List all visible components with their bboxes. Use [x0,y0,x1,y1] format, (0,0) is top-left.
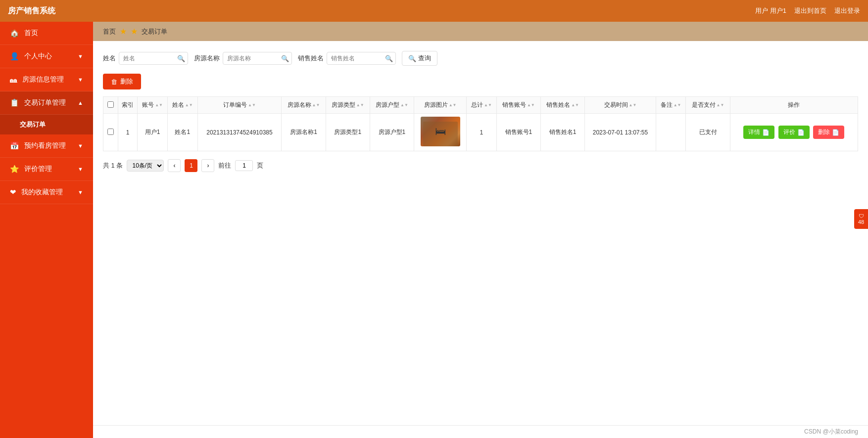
th-sales-name: 销售姓名▲▼ [540,97,584,114]
main-layout: 🏠 首页 👤 个人中心 ▼ 🏘 房源信息管理 ▼ 📋 交易订单管理 ▲ 交易订单… [0,22,868,438]
name-search-field: 姓名 🔍 [103,52,188,65]
house-search-icon: 🔍 [281,55,289,62]
page-1-btn[interactable]: 1 [185,159,197,172]
sort-name[interactable]: ▲▼ [185,103,193,107]
sidebar-item-collect[interactable]: ❤ 我的收藏管理 ▼ [0,181,93,204]
widget-number: 48 [854,219,868,225]
sort-house-model[interactable]: ▲▼ [400,103,408,107]
footer-bar: CSDN @小菜coding [93,425,868,438]
sort-sales-name[interactable]: ▲▼ [571,103,579,107]
th-action: 操作 [730,97,858,114]
row-checkbox-cell [103,114,118,151]
sidebar-home-label: 首页 [24,29,38,38]
cell-order-no: 20213131374524910385 [197,114,282,151]
order-icon: 📋 [10,98,19,107]
sort-sales-account[interactable]: ▲▼ [527,103,535,107]
batch-delete-button[interactable]: 🗑 删除 [103,74,141,89]
top-header: 房产销售系统 用户 用户1 退出到首页 退出登录 [0,0,868,22]
sidebar-item-review[interactable]: ⭐ 评价管理 ▼ [0,158,93,181]
th-house-img: 房源图片▲▼ [414,97,467,114]
total-count: 共 1 条 [103,161,123,170]
sort-account[interactable]: ▲▼ [155,103,163,107]
sort-trade-time[interactable]: ▲▼ [629,103,637,107]
logout-btn[interactable]: 退出登录 [834,6,860,15]
sort-total[interactable]: ▲▼ [484,103,492,107]
th-name: 姓名▲▼ [167,97,197,114]
sidebar-item-profile[interactable]: 👤 个人中心 ▼ [0,45,93,68]
detail-label: 详情 [748,128,760,136]
sales-name-search-field: 销售姓名 🔍 [298,52,396,65]
sidebar-item-house[interactable]: 🏘 房源信息管理 ▼ [0,68,93,91]
collect-icon: ❤ [10,188,16,197]
cell-index: 1 [118,114,138,151]
sidebar-sub-item-transaction[interactable]: 交易订单 [0,115,93,134]
th-order-no: 订单编号▲▼ [197,97,282,114]
prev-page-btn[interactable]: ‹ [168,159,181,172]
cell-total: 1 [467,114,497,151]
chevron-down-icon: ▼ [78,53,83,59]
page-content: 姓名 🔍 房源名称 🔍 销售姓名 [93,41,868,425]
sidebar-collect-label: 我的收藏管理 [21,188,63,197]
chevron-down-icon-5: ▼ [78,189,83,195]
chevron-down-icon-4: ▼ [78,166,83,172]
detail-icon: 📄 [762,129,770,136]
home-icon: 🏠 [10,29,19,38]
footer-text: CSDN @小菜coding [804,428,858,435]
cell-account: 用户1 [138,114,168,151]
search-bar: 姓名 🔍 房源名称 🔍 销售姓名 [103,51,858,66]
name-label: 姓名 [103,54,116,63]
row-delete-label: 删除 [818,128,830,136]
sort-house-name[interactable]: ▲▼ [312,103,320,107]
row-delete-icon: 📄 [832,129,839,136]
profile-icon: 👤 [10,52,19,61]
query-label: 查询 [418,54,431,63]
widget-icon: 🛡 [854,213,868,219]
sidebar-house-label: 房源信息管理 [22,75,64,84]
cell-is-paid: 已支付 [686,114,730,151]
query-button[interactable]: 🔍 查询 [402,51,437,66]
page-size-select[interactable]: 10条/页 20条/页 50条/页 [127,160,164,172]
sort-remark[interactable]: ▲▼ [674,103,681,107]
sort-is-paid[interactable]: ▲▼ [717,103,724,107]
sidebar-profile-label: 个人中心 [24,52,52,61]
sidebar-order-label: 交易订单管理 [24,98,66,107]
delete-icon: 🗑 [111,78,117,86]
select-all-checkbox[interactable] [107,101,114,108]
next-page-btn[interactable]: › [201,159,214,172]
sales-search-icon: 🔍 [385,55,393,62]
chevron-down-icon-2: ▼ [78,77,83,83]
breadcrumb-current: 交易订单 [142,27,167,36]
name-search-icon: 🔍 [177,55,185,62]
review-button[interactable]: 评价 📄 [778,126,810,139]
app-title: 房产销售系统 [8,6,55,16]
house-name-label: 房源名称 [194,54,220,63]
house-icon: 🏘 [10,76,17,84]
row-delete-button[interactable]: 删除 📄 [813,126,844,139]
name-input-wrap: 🔍 [119,52,188,65]
star-icon-2: ★ [131,27,138,36]
cell-sales-account: 销售账号1 [496,114,540,151]
cell-house-img [414,114,467,151]
sidebar-item-reserve[interactable]: 📅 预约看房管理 ▼ [0,134,93,158]
sort-house-type[interactable]: ▲▼ [356,103,364,107]
star-icon-1: ★ [120,27,127,36]
side-widget: 🛡 48 [854,209,868,229]
sidebar-reserve-label: 预约看房管理 [24,141,66,150]
cell-house-name: 房源名称1 [282,114,326,151]
chevron-up-icon: ▲ [78,100,83,106]
transaction-table: 索引 账号▲▼ 姓名▲▼ 订单编号▲▼ 房源名称▲▼ [103,96,858,151]
sort-order[interactable]: ▲▼ [248,103,256,107]
detail-button[interactable]: 详情 📄 [743,126,774,139]
sidebar-item-order[interactable]: 📋 交易订单管理 ▲ [0,91,93,115]
sidebar-sub-label: 交易订单 [20,120,46,129]
th-remark: 备注▲▼ [656,97,686,114]
user-area: 用户 用户1 退出到首页 退出登录 [755,6,860,15]
sort-house-img[interactable]: ▲▼ [449,103,457,107]
page-label: 页 [257,161,263,170]
pagination-bar: 共 1 条 10条/页 20条/页 50条/页 ‹ 1 › 前往 页 [103,159,858,172]
row-checkbox[interactable] [107,129,114,135]
sidebar-item-home[interactable]: 🏠 首页 [0,22,93,45]
back-to-home-btn[interactable]: 退出到首页 [794,6,826,15]
goto-page-input[interactable] [235,160,253,171]
sales-name-label: 销售姓名 [298,54,324,63]
